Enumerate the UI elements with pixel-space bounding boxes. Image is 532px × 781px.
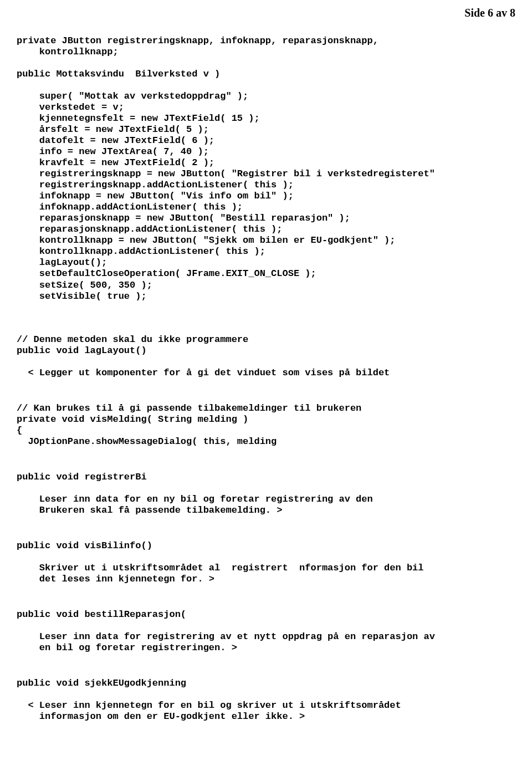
- code-block-sjekkeu-body: < Leser inn kjennetegn for en bil og skr…: [17, 700, 515, 722]
- code-block-bestillreparasjon-body: Leser inn data for registrering av et ny…: [17, 631, 515, 654]
- code-block-laglayout-body: < Legger ut komponenter for å gi det vin…: [17, 367, 515, 379]
- code-block-vismelding: // Kan brukes til å gi passende tilbakem…: [17, 403, 515, 447]
- code-block-bestillreparasjon-header: public void bestillReparasjon(: [17, 609, 515, 620]
- code-block-constructor-body: super( "Mottak av verkstedoppdrag" ); ve…: [17, 91, 515, 302]
- code-block-laglayout-header: // Denne metoden skal du ikke programmer…: [17, 334, 515, 356]
- code-block-registrerbi-header: public void registrerBi: [17, 472, 515, 483]
- code-block-visbilinfo-header: public void visBilinfo(): [17, 540, 515, 552]
- page-header: Side 6 av 8: [17, 7, 515, 20]
- code-block-declarations: private JButton registreringsknapp, info…: [17, 35, 515, 58]
- code-block-constructor-signature: public Mottaksvindu Bilverksted v ): [17, 69, 515, 80]
- code-block-registrerbi-body: Leser inn data for en ny bil og foretar …: [17, 494, 515, 516]
- code-block-sjekkeu-header: public void sjekkEUgodkjenning: [17, 678, 515, 689]
- code-block-visbilinfo-body: Skriver ut i utskriftsområdet al registr…: [17, 563, 515, 585]
